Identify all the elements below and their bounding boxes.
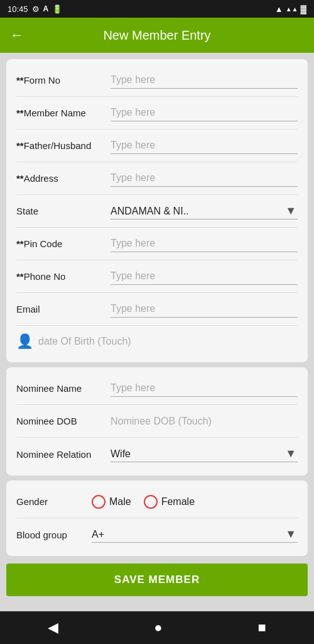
male-radio-inner bbox=[95, 499, 102, 505]
address-row: **Address bbox=[16, 162, 298, 195]
blood-group-row: Blood group A+ A- B+ B- AB+ AB- O+ O- ▼ bbox=[16, 518, 298, 551]
status-time: 10:45 bbox=[8, 4, 28, 14]
nav-recents-button[interactable]: ■ bbox=[258, 619, 266, 636]
address-label: **Address bbox=[16, 173, 111, 184]
female-label: Female bbox=[161, 496, 195, 508]
dob-row[interactable]: 👤 date Of Birth (Touch) bbox=[16, 326, 298, 357]
email-input[interactable] bbox=[111, 301, 298, 318]
nominee-dob-label: Nominee DOB bbox=[16, 416, 111, 426]
male-label: Male bbox=[109, 496, 131, 508]
form-no-row: **Form No bbox=[16, 64, 298, 97]
nominee-dob-row[interactable]: Nominee DOB Nominee DOB (Touch) bbox=[16, 405, 298, 438]
address-input[interactable] bbox=[111, 170, 298, 187]
settings-icon: ⚙ bbox=[32, 4, 40, 14]
main-form-card: **Form No **Member Name **Father/Husband… bbox=[6, 59, 308, 362]
dob-label: date Of Birth (Touch) bbox=[38, 336, 131, 347]
nominee-name-row: Nominee Name bbox=[16, 372, 298, 405]
state-label: State bbox=[16, 206, 111, 216]
nominee-card: Nominee Name Nominee DOB Nominee DOB (To… bbox=[6, 367, 308, 475]
nav-back-button[interactable]: ◀ bbox=[48, 619, 58, 636]
form-no-label: **Form No bbox=[16, 75, 111, 86]
nominee-name-input[interactable] bbox=[111, 380, 298, 397]
father-husband-label: **Father/Husband bbox=[16, 140, 111, 151]
member-name-row: **Member Name bbox=[16, 97, 298, 130]
signal-icon: ▲▲ bbox=[286, 6, 298, 13]
female-radio-circle bbox=[144, 495, 158, 509]
phone-no-input[interactable] bbox=[111, 268, 298, 285]
pin-code-row: **Pin Code bbox=[16, 228, 298, 260]
save-member-button[interactable]: SAVE MEMBER bbox=[6, 564, 308, 596]
app-bar: ← New Member Entry bbox=[0, 18, 314, 53]
page-title: New Member Entry bbox=[34, 28, 280, 43]
form-no-input[interactable] bbox=[111, 72, 298, 89]
gender-radio-group: Male Female bbox=[92, 495, 298, 509]
a-icon: A bbox=[43, 4, 49, 13]
email-label: Email bbox=[16, 304, 111, 314]
father-husband-row: **Father/Husband bbox=[16, 130, 298, 162]
phone-no-row: **Phone No bbox=[16, 260, 298, 293]
nominee-relation-label: Nominee Relation bbox=[16, 449, 111, 460]
email-row: Email bbox=[16, 293, 298, 326]
bottom-nav-bar: ◀ ● ■ bbox=[0, 611, 314, 644]
state-select[interactable]: ANDAMAN & NI.. ANDHRA PRADESH GUJARAT KE… bbox=[111, 203, 298, 219]
gender-row: Gender Male Female bbox=[16, 486, 298, 518]
nominee-relation-row: Nominee Relation Wife Husband Son Daught… bbox=[16, 438, 298, 470]
blood-group-label: Blood group bbox=[16, 530, 92, 540]
battery-icon: 🔋 bbox=[52, 4, 62, 14]
form-content: **Form No **Member Name **Father/Husband… bbox=[0, 53, 314, 611]
person-icon: 👤 bbox=[16, 333, 33, 350]
gender-label: Gender bbox=[16, 496, 92, 507]
state-row: State ANDAMAN & NI.. ANDHRA PRADESH GUJA… bbox=[16, 195, 298, 228]
male-radio-circle bbox=[92, 495, 106, 509]
male-radio[interactable]: Male bbox=[92, 495, 131, 509]
nominee-relation-select[interactable]: Wife Husband Son Daughter Father Mother … bbox=[111, 446, 298, 462]
phone-no-label: **Phone No bbox=[16, 271, 111, 282]
member-name-input[interactable] bbox=[111, 104, 298, 121]
pin-code-input[interactable] bbox=[111, 235, 298, 252]
nominee-dob-touch[interactable]: Nominee DOB (Touch) bbox=[111, 416, 212, 427]
member-name-label: **Member Name bbox=[16, 108, 111, 118]
battery-right-icon: ▓ bbox=[301, 4, 306, 14]
blood-group-select[interactable]: A+ A- B+ B- AB+ AB- O+ O- bbox=[92, 526, 298, 542]
status-bar: 10:45 ⚙ A 🔋 ▲ ▲▲ ▓ bbox=[0, 0, 314, 18]
nominee-name-label: Nominee Name bbox=[16, 383, 111, 394]
gender-blood-card: Gender Male Female Blood group bbox=[6, 480, 308, 556]
female-radio[interactable]: Female bbox=[144, 495, 195, 509]
father-husband-input[interactable] bbox=[111, 137, 298, 154]
wifi-icon: ▲ bbox=[275, 4, 283, 14]
pin-code-label: **Pin Code bbox=[16, 238, 111, 249]
nav-home-button[interactable]: ● bbox=[154, 619, 162, 636]
back-button[interactable]: ← bbox=[10, 28, 24, 42]
female-radio-inner bbox=[148, 499, 154, 505]
